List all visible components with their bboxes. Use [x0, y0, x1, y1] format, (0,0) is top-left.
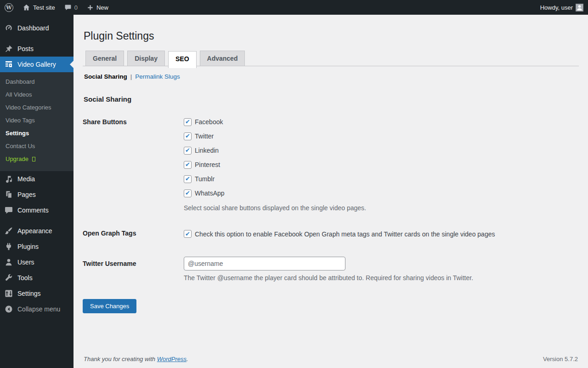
admin-bar-right: Howdy, user	[536, 0, 588, 15]
sidebar-item-media[interactable]: Media	[0, 171, 74, 187]
sidebar-item-video-gallery[interactable]: Video Gallery	[0, 57, 74, 72]
admin-sidebar: Dashboard Posts Video Gallery Dashboard …	[0, 15, 74, 368]
paintbrush-icon	[4, 226, 13, 236]
sidebar-item-dashboard[interactable]: Dashboard	[0, 20, 74, 36]
share-option-whatsapp[interactable]: WhatsApp	[184, 186, 579, 201]
admin-bar-left: W Test site 0 New	[0, 0, 113, 15]
twitter-username-description: The Twitter @username the player card sh…	[184, 274, 579, 282]
site-name-menu[interactable]: Test site	[18, 0, 60, 15]
whatsapp-checkbox[interactable]	[184, 190, 192, 197]
pinterest-label: Pinterest	[195, 161, 220, 168]
pinterest-checkbox[interactable]	[184, 161, 192, 169]
collapse-arrow-icon	[4, 305, 13, 314]
submenu-item-dashboard[interactable]: Dashboard	[0, 75, 74, 88]
subnav-permalink-slugs-link[interactable]: Permalink Slugs	[135, 73, 180, 80]
home-icon	[23, 4, 30, 12]
linkedin-checkbox[interactable]	[184, 147, 192, 155]
sidebar-item-label: Dashboard	[17, 24, 49, 32]
wordpress-logo-icon: W	[5, 3, 13, 12]
share-option-twitter[interactable]: Twitter	[184, 129, 579, 144]
share-buttons-description: Select social share buttons displayed on…	[184, 204, 579, 212]
new-menu[interactable]: New	[82, 0, 113, 15]
account-menu[interactable]: Howdy, user	[536, 0, 588, 15]
sidebar-item-comments[interactable]: Comments	[0, 202, 74, 218]
comment-bubble-icon	[64, 4, 72, 11]
sidebar-item-posts[interactable]: Posts	[0, 41, 74, 57]
settings-tab-bar: General Display SEO Advanced	[83, 51, 579, 66]
twitter-checkbox[interactable]	[184, 132, 192, 140]
open-graph-label: Open Graph Tags	[83, 230, 184, 237]
sidebar-item-label: Plugins	[17, 243, 39, 250]
sidebar-item-settings[interactable]: Settings	[0, 286, 74, 301]
submenu-item-settings[interactable]: Settings	[0, 127, 74, 140]
footer-version: Version 5.7.2	[543, 356, 578, 362]
tab-advanced[interactable]: Advanced	[200, 51, 245, 66]
new-label: New	[96, 4, 108, 11]
wordpress-link[interactable]: WordPress	[157, 356, 187, 362]
twitter-username-input[interactable]	[184, 257, 345, 270]
comment-count: 0	[74, 4, 78, 11]
submenu-item-upgrade[interactable]: Upgrade	[0, 153, 74, 166]
share-buttons-label: Share Buttons	[83, 115, 184, 126]
dashboard-icon	[4, 23, 13, 33]
media-icon	[4, 174, 13, 184]
twitter-username-label: Twitter Username	[83, 257, 184, 267]
wp-logo-menu[interactable]: W	[0, 0, 18, 15]
external-link-icon	[32, 157, 35, 161]
footer-thanks-text: Thank you for creating with	[84, 356, 155, 362]
open-graph-option[interactable]: Check this option to enable Facebook Ope…	[184, 230, 579, 239]
share-buttons-row: Share Buttons Facebook Twitter Linkedin …	[83, 115, 579, 212]
plus-icon	[87, 4, 94, 11]
save-changes-button[interactable]: Save Changes	[83, 299, 136, 313]
share-option-linkedin[interactable]: Linkedin	[184, 144, 579, 158]
upgrade-label: Upgrade	[6, 155, 28, 162]
main-content: Plugin Settings General Display SEO Adva…	[74, 15, 588, 368]
tab-seo[interactable]: SEO	[168, 51, 197, 68]
tab-general[interactable]: General	[85, 51, 124, 66]
sidebar-item-label: Appearance	[17, 227, 52, 235]
tumblr-checkbox[interactable]	[184, 175, 192, 183]
sidebar-item-label: Media	[17, 175, 35, 183]
submenu-item-all-videos[interactable]: All Videos	[0, 88, 74, 101]
sidebar-item-tools[interactable]: Tools	[0, 270, 74, 286]
submenu-item-video-categories[interactable]: Video Categories	[0, 101, 74, 114]
pages-icon	[4, 190, 13, 199]
site-name-label: Test site	[33, 4, 55, 11]
collapse-menu-label: Collapse menu	[17, 305, 60, 313]
sidebar-item-label: Users	[17, 259, 34, 266]
settings-form: Share Buttons Facebook Twitter Linkedin …	[83, 115, 579, 282]
sidebar-item-label: Video Gallery	[17, 61, 56, 68]
pushpin-icon	[4, 44, 13, 53]
sidebar-item-appearance[interactable]: Appearance	[0, 223, 74, 239]
admin-footer: Thank you for creating with WordPress. V…	[83, 356, 579, 368]
share-option-tumblr[interactable]: Tumblr	[184, 172, 579, 186]
sidebar-item-pages[interactable]: Pages	[0, 187, 74, 202]
sidebar-item-label: Tools	[17, 274, 33, 282]
twitter-label: Twitter	[195, 132, 214, 140]
video-gallery-icon	[4, 60, 13, 69]
facebook-label: Facebook	[195, 118, 223, 126]
submenu-item-video-tags[interactable]: Video Tags	[0, 114, 74, 127]
twitter-username-row: Twitter Username The Twitter @username t…	[83, 257, 579, 282]
tab-display[interactable]: Display	[127, 51, 165, 66]
sidebar-item-plugins[interactable]: Plugins	[0, 239, 74, 254]
avatar	[576, 4, 583, 12]
sidebar-item-label: Settings	[17, 290, 41, 297]
share-buttons-options: Facebook Twitter Linkedin Pinterest Tumb…	[184, 115, 579, 212]
comments-menu[interactable]: 0	[60, 0, 82, 15]
menu-separator	[0, 218, 74, 223]
page-title: Plugin Settings	[83, 15, 579, 43]
facebook-checkbox[interactable]	[184, 118, 192, 126]
subnav-separator: |	[130, 73, 132, 80]
open-graph-row: Open Graph Tags Check this option to ena…	[83, 230, 579, 239]
sidebar-item-users[interactable]: Users	[0, 254, 74, 270]
open-graph-value: Check this option to enable Facebook Ope…	[184, 230, 579, 239]
sidebar-item-label: Pages	[17, 191, 36, 198]
open-graph-checkbox-label: Check this option to enable Facebook Ope…	[195, 230, 495, 238]
submenu-item-contact-us[interactable]: Contact Us	[0, 140, 74, 153]
share-option-facebook[interactable]: Facebook	[184, 115, 579, 129]
collapse-menu-button[interactable]: Collapse menu	[0, 301, 74, 317]
whatsapp-label: WhatsApp	[195, 190, 225, 197]
share-option-pinterest[interactable]: Pinterest	[184, 158, 579, 172]
open-graph-checkbox[interactable]	[184, 230, 192, 238]
